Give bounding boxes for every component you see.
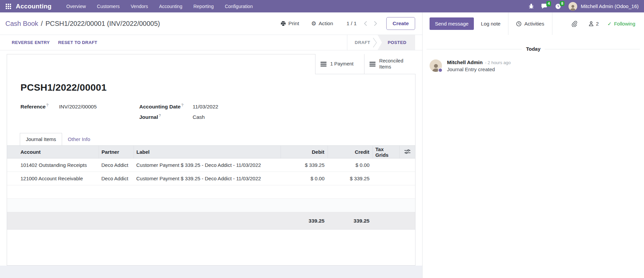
totals-row: 339.25 339.25: [7, 212, 415, 230]
optional-columns-icon[interactable]: [404, 149, 410, 154]
menu-overview[interactable]: Overview: [66, 4, 86, 9]
cell-label[interactable]: Customer Payment $ 339.25 - Deco Addict …: [134, 172, 281, 185]
app-name[interactable]: Accounting: [16, 3, 52, 10]
cell-account[interactable]: 121000 Account Receivable: [7, 172, 99, 185]
menu-customers[interactable]: Customers: [97, 4, 120, 9]
menu-accounting[interactable]: Accounting: [159, 4, 182, 9]
printer-icon: [281, 21, 286, 26]
pager: 1 / 1: [347, 20, 378, 27]
tab-journal-items[interactable]: Journal Items: [20, 133, 62, 145]
column-header-tax-grids[interactable]: Tax Grids: [373, 146, 399, 158]
table-header-row: Account Partner Label Debit Credit Tax G…: [7, 146, 415, 158]
chatter-message: Mitchell Admin - 2 hours ago Journal Ent…: [430, 59, 637, 72]
user-avatar[interactable]: [568, 2, 577, 11]
main-panel: Cash Book / PCSH1/2022/00001 (INV/2022/0…: [0, 12, 423, 278]
activities-badge: 8: [560, 1, 564, 6]
activities-clock-icon[interactable]: 8: [555, 3, 561, 9]
cell-debit[interactable]: $ 0.00: [281, 172, 328, 185]
log-note-button[interactable]: Log note: [481, 21, 500, 27]
divider: [508, 12, 508, 35]
help-icon: ?: [46, 103, 48, 107]
column-header-credit[interactable]: Credit: [328, 146, 373, 158]
message-timestamp: - 2 hours ago: [485, 60, 511, 65]
pager-value: 1 / 1: [347, 20, 357, 27]
form-sheet: 1 Payment Reconciled Items PCSH1/2022/00…: [7, 54, 415, 266]
clock-icon: [516, 21, 522, 27]
menu-vendors[interactable]: Vendors: [131, 4, 148, 9]
print-button[interactable]: Print: [281, 20, 299, 27]
create-button[interactable]: Create: [386, 17, 415, 30]
divider: [552, 12, 552, 35]
breadcrumb-parent[interactable]: Cash Book: [5, 20, 38, 28]
help-icon: ?: [159, 113, 161, 118]
pager-previous-button[interactable]: [363, 21, 367, 26]
accounting-date-value[interactable]: 11/03/2022: [193, 104, 218, 110]
notebook-tabs: Journal Items Other Info: [7, 133, 415, 145]
messages-badge: 4: [546, 1, 551, 6]
cell-tax-grids[interactable]: [373, 158, 399, 172]
form-background: [0, 266, 422, 278]
cell-tax-grids[interactable]: [373, 172, 399, 185]
person-icon: [588, 21, 594, 27]
user-name[interactable]: Mitchell Admin (Odoo_16): [581, 3, 639, 9]
form-view: 1 Payment Reconciled Items PCSH1/2022/00…: [0, 50, 422, 266]
table-row[interactable]: 121000 Account Receivable Deco Addict Cu…: [7, 172, 415, 185]
record-title: PCSH1/2022/00001: [20, 82, 415, 93]
action-button[interactable]: ⚙ Action: [311, 20, 333, 27]
reference-value[interactable]: INV/2022/00005: [59, 104, 97, 110]
attachment-paperclip-icon[interactable]: [571, 20, 577, 27]
message-avatar[interactable]: [430, 59, 442, 72]
cell-label[interactable]: Customer Payment $ 339.25 - Deco Addict …: [134, 158, 281, 172]
chatter-topbar: Send message Log note Activities 2: [423, 12, 644, 35]
cell-partner[interactable]: Deco Addict: [99, 172, 134, 185]
apps-grid-icon[interactable]: [6, 4, 11, 9]
journal-items-table: Account Partner Label Debit Credit Tax G…: [7, 145, 415, 230]
reset-to-draft-button[interactable]: RESET TO DRAFT: [58, 40, 97, 45]
messages-icon[interactable]: 4: [541, 3, 548, 9]
send-message-button[interactable]: Send message: [430, 17, 474, 30]
total-credit: 339.25: [328, 212, 373, 230]
cell-credit[interactable]: $ 0.00: [328, 158, 373, 172]
payment-smart-button[interactable]: 1 Payment: [315, 54, 364, 74]
main-menu: Overview Customers Vendors Accounting Re…: [66, 4, 253, 9]
debug-bug-icon[interactable]: [529, 3, 534, 9]
accounting-date-label: Accounting Date?: [139, 103, 193, 110]
reconciled-items-smart-button[interactable]: Reconciled Items: [364, 54, 415, 74]
check-icon: ✓: [607, 21, 612, 27]
smart-buttons: 1 Payment Reconciled Items: [315, 54, 415, 74]
total-debit: 339.25: [281, 212, 328, 230]
cell-credit[interactable]: $ 339.25: [328, 172, 373, 185]
cell-account[interactable]: 101402 Outstanding Receipts: [7, 158, 99, 172]
bars-icon: [369, 62, 376, 66]
breadcrumb-current: PCSH1/2022/00001 (INV/2022/00005): [45, 20, 160, 28]
chatter-panel: Send message Log note Activities 2: [423, 12, 644, 278]
activities-button[interactable]: Activities: [516, 21, 544, 27]
cell-partner[interactable]: Deco Addict: [99, 158, 134, 172]
journal-value[interactable]: Cash: [193, 114, 205, 120]
top-navbar: Accounting Overview Customers Vendors Ac…: [0, 0, 644, 12]
column-header-label[interactable]: Label: [134, 146, 281, 158]
tab-other-info[interactable]: Other Info: [62, 133, 96, 145]
gear-icon: ⚙: [311, 21, 316, 27]
state-widget: DRAFT POSTED: [347, 35, 415, 50]
reverse-entry-button[interactable]: REVERSE ENTRY: [12, 40, 50, 45]
statusbar: REVERSE ENTRY RESET TO DRAFT DRAFT POSTE…: [0, 35, 422, 50]
bars-icon: [320, 62, 327, 66]
message-author[interactable]: Mitchell Admin: [447, 59, 483, 65]
reference-label: Reference?: [20, 103, 59, 110]
cell-debit[interactable]: $ 339.25: [281, 158, 328, 172]
state-draft[interactable]: DRAFT: [347, 35, 372, 50]
menu-reporting[interactable]: Reporting: [193, 4, 214, 9]
message-body: Journal Entry created: [447, 66, 511, 72]
table-row[interactable]: 101402 Outstanding Receipts Deco Addict …: [7, 158, 415, 172]
following-button[interactable]: ✓ Following: [607, 21, 635, 27]
menu-configuration[interactable]: Configuration: [225, 4, 253, 9]
followers-count: 2: [596, 21, 599, 27]
column-header-partner[interactable]: Partner: [99, 146, 134, 158]
state-posted[interactable]: POSTED: [378, 35, 415, 50]
empty-row: [7, 185, 415, 199]
column-header-debit[interactable]: Debit: [281, 146, 328, 158]
column-header-account[interactable]: Account: [7, 146, 99, 158]
pager-next-button[interactable]: [374, 21, 378, 26]
followers-button[interactable]: 2: [588, 21, 599, 27]
